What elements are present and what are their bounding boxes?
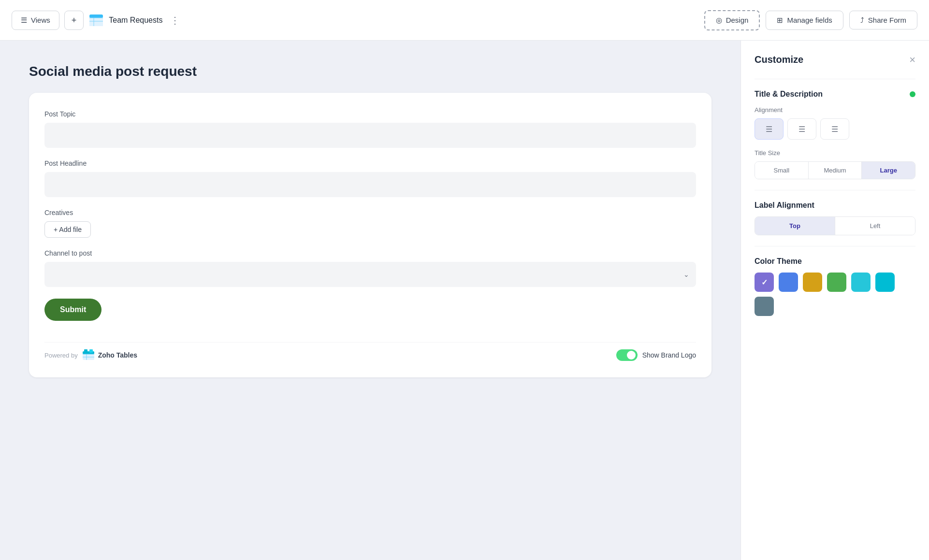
- align-left-icon: ☰: [766, 125, 772, 134]
- color-theme-section-title: Color Theme: [755, 257, 915, 266]
- post-headline-field: Post Headline: [44, 159, 696, 197]
- svg-rect-11: [84, 349, 87, 353]
- color-swatch-6[interactable]: [755, 297, 774, 316]
- customize-panel: Customize × Title & Description Alignmen…: [740, 41, 929, 560]
- divider-1: [755, 79, 915, 79]
- manage-icon: ⊞: [777, 16, 783, 25]
- align-right-icon: ☰: [831, 125, 838, 134]
- divider-3: [755, 246, 915, 246]
- channel-field: Channel to post ⌄: [44, 249, 696, 287]
- align-center-icon: ☰: [798, 125, 805, 134]
- form-area: Social media post request Post Topic Pos…: [0, 41, 740, 560]
- form-footer: Powered by Zoho Tables: [44, 342, 696, 362]
- post-headline-label: Post Headline: [44, 159, 696, 167]
- color-swatch-2[interactable]: [803, 273, 822, 292]
- channel-select[interactable]: [44, 262, 696, 287]
- title-description-status-dot: [910, 91, 915, 97]
- design-button[interactable]: ◎ Design: [704, 10, 760, 30]
- design-label: Design: [726, 16, 749, 24]
- color-swatch-4[interactable]: [851, 273, 871, 292]
- add-button[interactable]: +: [64, 11, 84, 30]
- alignment-group: ☰ ☰ ☰: [755, 118, 915, 140]
- title-size-group: Small Medium Large: [755, 161, 915, 179]
- submit-label: Submit: [60, 305, 86, 314]
- powered-by: Powered by Zoho Tables: [44, 348, 137, 362]
- svg-rect-2: [89, 18, 103, 26]
- views-icon: ☰: [21, 16, 27, 25]
- form-title: Social media post request: [29, 64, 711, 79]
- label-alignment-group: Top Left: [755, 216, 915, 235]
- alignment-label: Alignment: [755, 106, 915, 114]
- zoho-tables-icon: [82, 348, 95, 362]
- title-size-label: Title Size: [755, 149, 915, 157]
- color-swatch-5[interactable]: [875, 273, 895, 292]
- zoho-tables-logo: Zoho Tables: [82, 348, 137, 362]
- share-icon: ⤴: [860, 16, 864, 24]
- views-label: Views: [31, 16, 50, 24]
- color-swatches: [755, 273, 915, 316]
- channel-label: Channel to post: [44, 249, 696, 257]
- form-card: Post Topic Post Headline Creatives + Add…: [29, 93, 711, 377]
- creatives-label: Creatives: [44, 209, 696, 216]
- color-swatch-1[interactable]: [779, 273, 798, 292]
- label-top-button[interactable]: Top: [755, 217, 835, 235]
- submit-button[interactable]: Submit: [44, 299, 102, 321]
- align-right-button[interactable]: ☰: [820, 118, 849, 140]
- post-topic-label: Post Topic: [44, 110, 696, 118]
- color-swatch-0[interactable]: [755, 273, 774, 292]
- add-file-button[interactable]: + Add file: [44, 221, 91, 238]
- manage-label: Manage fields: [787, 16, 832, 24]
- divider-2: [755, 190, 915, 190]
- size-medium-button[interactable]: Medium: [809, 162, 862, 179]
- post-headline-input[interactable]: [44, 172, 696, 197]
- topbar: ☰ Views + Team Requests ⋮ ◎ Design ⊞: [0, 0, 929, 41]
- manage-fields-button[interactable]: ⊞ Manage fields: [766, 11, 843, 30]
- align-center-button[interactable]: ☰: [787, 118, 816, 140]
- label-left-button[interactable]: Left: [835, 217, 915, 235]
- views-button[interactable]: ☰ Views: [12, 11, 59, 30]
- form-title-area: Team Requests ⋮: [88, 13, 183, 28]
- panel-header: Customize ×: [755, 54, 915, 65]
- powered-by-text: Powered by: [44, 352, 78, 359]
- topbar-right: ◎ Design ⊞ Manage fields ⤴ Share Form: [704, 10, 917, 30]
- add-icon: +: [72, 15, 77, 25]
- size-small-button[interactable]: Small: [755, 162, 809, 179]
- title-description-section-header: Title & Description: [755, 90, 915, 99]
- channel-select-wrapper: ⌄: [44, 262, 696, 287]
- topbar-left: ☰ Views + Team Requests ⋮: [12, 11, 698, 30]
- form-name: Team Requests: [109, 16, 162, 25]
- size-large-button[interactable]: Large: [862, 162, 915, 179]
- svg-rect-12: [89, 349, 93, 353]
- share-form-button[interactable]: ⤴ Share Form: [849, 11, 917, 29]
- form-icon: [88, 13, 104, 28]
- svg-rect-1: [89, 14, 103, 18]
- align-left-button[interactable]: ☰: [755, 118, 784, 140]
- main-content: Social media post request Post Topic Pos…: [0, 41, 929, 560]
- show-brand-logo-label: Show Brand Logo: [642, 351, 696, 359]
- post-topic-input[interactable]: [44, 123, 696, 148]
- title-description-label: Title & Description: [755, 90, 823, 99]
- add-file-label: + Add file: [54, 226, 82, 233]
- creatives-field: Creatives + Add file: [44, 209, 696, 238]
- post-topic-field: Post Topic: [44, 110, 696, 148]
- panel-title: Customize: [755, 54, 803, 65]
- share-label: Share Form: [868, 16, 906, 24]
- close-panel-button[interactable]: ×: [909, 55, 915, 65]
- design-icon: ◎: [716, 16, 722, 25]
- zoho-tables-label: Zoho Tables: [98, 351, 137, 359]
- form-options-button[interactable]: ⋮: [167, 14, 183, 27]
- color-swatch-3[interactable]: [827, 273, 846, 292]
- label-alignment-section-title: Label Alignment: [755, 201, 915, 210]
- brand-logo-toggle[interactable]: [616, 349, 638, 361]
- show-brand-logo-toggle-area: Show Brand Logo: [616, 349, 696, 361]
